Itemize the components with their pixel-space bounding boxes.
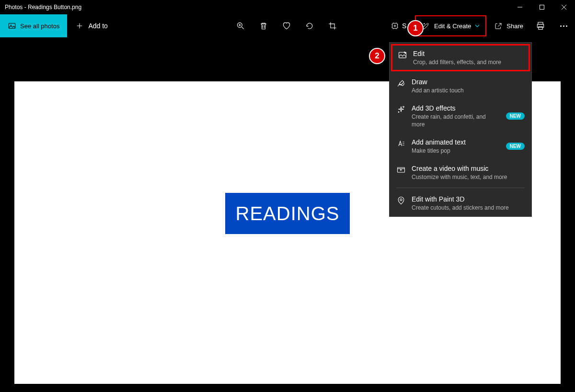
trash-icon [259,21,268,31]
menu-item-paint3d[interactable]: Edit with Paint 3D Create cutouts, add s… [390,190,531,216]
paint3d-icon [396,196,406,205]
svg-point-24 [400,199,402,201]
spotfix-icon [391,22,399,30]
svg-point-20 [403,106,404,108]
see-all-label: See all photos [20,22,59,30]
menu-item-subtitle: Create rain, add confetti, and more [412,113,500,128]
animated-text-icon [396,139,406,148]
add-to-label: Add to [88,22,107,30]
add-to-button[interactable]: Add to [67,14,116,37]
menu-item-3d-effects[interactable]: Add 3D effects Create rain, add confetti… [390,99,531,133]
crop-button[interactable] [321,14,344,37]
new-badge: NEW [506,112,525,120]
delete-button[interactable] [252,14,275,37]
svg-rect-1 [540,5,544,10]
menu-item-title: Create a video with music [412,164,525,173]
menu-item-subtitle: Create cutouts, add stickers and more [412,204,525,212]
image-edit-icon [398,50,407,60]
zoom-button[interactable] [229,14,252,37]
title-bar: Photos - Readings Button.png [0,0,575,14]
new-badge: NEW [506,143,525,150]
share-icon [494,22,503,30]
menu-item-title: Edit with Paint 3D [412,195,525,203]
maximize-button[interactable] [531,0,553,14]
window-title: Photos - Readings Button.png [5,4,81,11]
rotate-icon [305,21,314,31]
favorite-button[interactable] [275,14,298,37]
menu-item-subtitle: Make titles pop [412,147,500,155]
draw-icon [396,78,406,88]
svg-rect-16 [538,22,543,24]
svg-rect-14 [392,23,398,29]
menu-item-title: Edit [413,49,523,58]
close-button[interactable] [553,0,575,14]
print-icon [536,21,545,31]
svg-point-15 [394,25,396,27]
svg-rect-18 [539,27,542,30]
magnifier-icon [236,21,245,31]
readings-button-graphic: READINGS [225,193,350,234]
menu-item-subtitle: Add an artistic touch [412,87,525,94]
menu-item-subtitle: Customize with music, text, and more [412,173,525,181]
share-label: Share [506,22,523,30]
video-icon [396,165,406,175]
edit-create-label: Edit & Create [434,22,471,30]
window-controls [509,0,575,14]
toolbar-right: Edit & Create Share [413,14,575,37]
print-button[interactable] [529,14,552,37]
toolbar: See all photos Add to S Edit & Create Sh… [0,14,575,37]
more-button[interactable] [552,14,575,37]
rotate-button[interactable] [298,14,321,37]
dot-icon [566,25,567,27]
svg-rect-4 [9,23,15,29]
svg-point-21 [398,112,399,112]
menu-item-title: Add animated text [412,138,500,146]
gallery-icon [8,22,16,30]
share-button[interactable]: Share [488,14,529,37]
menu-item-title: Add 3D effects [412,104,500,112]
minimize-button[interactable] [509,0,531,14]
spot-fix-button[interactable]: S [391,14,406,37]
edit-create-button[interactable]: Edit & Create [415,15,486,36]
menu-item-animated-text[interactable]: Add animated text Make titles pop NEW [390,133,531,159]
dot-icon [560,25,562,27]
dot-icon [563,25,564,27]
edit-create-dropdown: Edit Crop, add filters, effects, and mor… [389,42,532,217]
menu-item-draw[interactable]: Draw Add an artistic touch [390,73,531,99]
plus-icon [76,22,83,30]
annotation-callout-2: 2 [369,48,385,64]
heart-icon [282,21,291,31]
spot-fix-label: S [402,22,406,30]
menu-item-title: Draw [412,78,525,86]
see-all-photos-button[interactable]: See all photos [0,14,67,37]
menu-separator [396,188,525,188]
menu-item-subtitle: Crop, add filters, effects, and more [413,58,523,66]
svg-line-9 [242,27,244,29]
toolbar-center-icons [229,14,344,37]
sparkle-icon [396,105,406,114]
crop-icon [328,21,337,31]
annotation-callout-1: 1 [407,20,424,36]
menu-item-video-music[interactable]: Create a video with music Customize with… [390,159,531,186]
menu-item-edit[interactable]: Edit Crop, add filters, effects, and mor… [391,44,530,71]
chevron-down-icon [475,23,480,28]
